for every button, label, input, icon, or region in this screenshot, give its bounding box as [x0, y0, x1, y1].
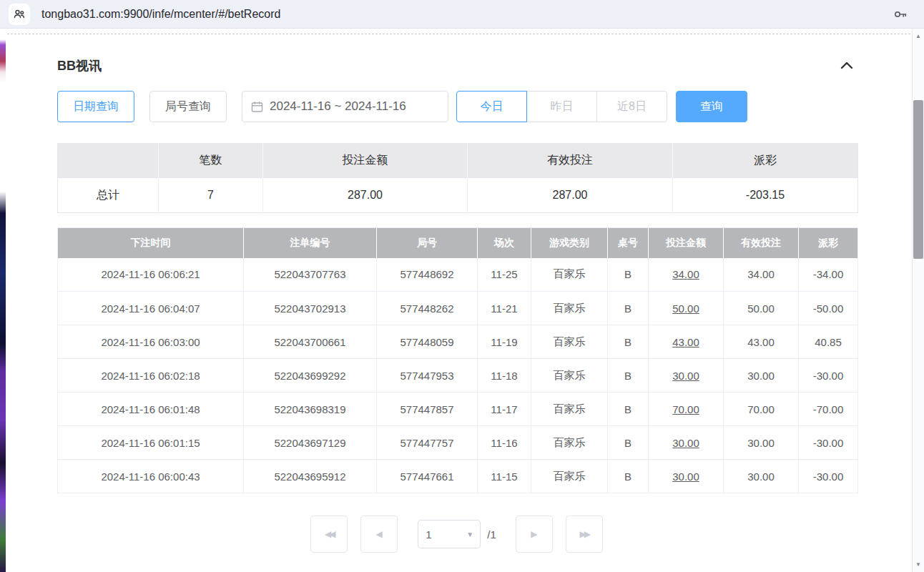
- page-body: BB视讯 日期查询 局号查询 2024-11-16 ~ 2: [0, 29, 924, 572]
- bet-record-table: 下注时间 注单编号 局号 场次 游戏类别 桌号 投注金额 有效投注 派彩 202…: [57, 227, 858, 493]
- cell-payout: -30.00: [799, 426, 858, 460]
- cell-order: 522043698319: [244, 393, 377, 426]
- profile-switch-button[interactable]: [9, 4, 30, 25]
- last-8-days-button[interactable]: 近8日: [596, 91, 667, 122]
- today-button[interactable]: 今日: [456, 91, 527, 122]
- col-header-session: 场次: [478, 228, 531, 258]
- table-row: 2024-11-16 06:01:15 522043697129 5774477…: [58, 426, 858, 460]
- bet-amount-link[interactable]: 34.00: [649, 258, 724, 292]
- cell-table: B: [608, 426, 649, 460]
- summary-header-row: 笔数 投注金额 有效投注 派彩: [58, 144, 858, 178]
- cell-time: 2024-11-16 06:02:18: [58, 359, 244, 393]
- bet-amount-link[interactable]: 43.00: [649, 325, 724, 359]
- cell-order: 522043697129: [244, 426, 377, 460]
- yesterday-button[interactable]: 昨日: [526, 91, 597, 122]
- page-select-wrapper: 1 ▼: [418, 520, 481, 548]
- cell-payout: -50.00: [799, 292, 858, 325]
- summary-total-row: 总计 7 287.00 287.00 -203.15: [58, 178, 858, 213]
- cell-game: 百家乐: [531, 258, 608, 292]
- summary-header-blank: [58, 144, 159, 178]
- cell-round: 577447757: [377, 426, 478, 460]
- password-key-button[interactable]: [893, 6, 908, 25]
- cell-table: B: [608, 325, 649, 359]
- quick-date-group: 今日 昨日 近8日: [456, 91, 667, 122]
- page-title: BB视讯: [57, 57, 102, 74]
- profile-switch-icon: [13, 8, 26, 21]
- cell-game: 百家乐: [531, 460, 608, 493]
- table-row: 2024-11-16 06:00:43 522043695912 5774476…: [58, 460, 858, 493]
- next-page-icon[interactable]: ▶: [516, 516, 553, 553]
- summary-table: 笔数 投注金额 有效投注 派彩 总计 7 287.00 287.00 -203.…: [57, 143, 858, 213]
- search-button[interactable]: 查询: [676, 91, 747, 122]
- url-text[interactable]: tongbao31.com:9900/infe/mcenter/#/betRec…: [41, 8, 280, 21]
- col-header-order: 注单编号: [244, 228, 377, 258]
- cell-table: B: [608, 393, 649, 426]
- col-header-bet: 投注金额: [649, 228, 724, 258]
- cell-valid: 43.00: [724, 325, 799, 359]
- bet-record-modal: BB视讯 日期查询 局号查询 2024-11-16 ~ 2: [6, 29, 912, 572]
- cell-valid: 50.00: [724, 292, 799, 325]
- cell-table: B: [608, 258, 649, 292]
- bet-amount-link[interactable]: 50.00: [649, 292, 724, 325]
- bet-amount-link[interactable]: 30.00: [649, 359, 724, 393]
- browser-address-bar: tongbao31.com:9900/infe/mcenter/#/betRec…: [0, 0, 924, 29]
- key-icon: [893, 6, 908, 22]
- collapse-button[interactable]: [837, 56, 856, 75]
- cell-valid: 34.00: [724, 258, 799, 292]
- summary-payout: -203.15: [673, 178, 858, 213]
- cell-session: 11-15: [478, 460, 531, 493]
- col-header-table: 桌号: [608, 228, 649, 258]
- table-row: 2024-11-16 06:02:18 522043699292 5774479…: [58, 359, 858, 393]
- last-page-icon[interactable]: ▶▶: [566, 516, 603, 553]
- panel-header: BB视讯: [57, 56, 856, 75]
- scrollbar[interactable]: ▲ ▼: [912, 29, 924, 572]
- col-header-payout: 派彩: [799, 228, 858, 258]
- chevron-up-icon: [840, 61, 853, 69]
- cell-round: 577448692: [377, 258, 478, 292]
- table-row: 2024-11-16 06:01:48 522043698319 5774478…: [58, 393, 858, 426]
- bet-amount-link[interactable]: 30.00: [649, 426, 724, 460]
- cell-valid: 30.00: [724, 359, 799, 393]
- date-query-button[interactable]: 日期查询: [57, 91, 134, 122]
- cell-round: 577448059: [377, 325, 478, 359]
- cell-time: 2024-11-16 06:00:43: [58, 460, 244, 493]
- cell-session: 11-16: [478, 426, 531, 460]
- cell-order: 522043699292: [244, 359, 377, 393]
- bet-amount-link[interactable]: 30.00: [649, 460, 724, 493]
- cell-time: 2024-11-16 06:03:00: [58, 325, 244, 359]
- cell-round: 577447661: [377, 460, 478, 493]
- cell-time: 2024-11-16 06:04:07: [58, 292, 244, 325]
- prev-page-icon[interactable]: ◀: [360, 516, 398, 553]
- table-row: 2024-11-16 06:06:21 522043707763 5774486…: [58, 258, 858, 292]
- pagination: ◀◀ ◀ 1 ▼ /1 ▶ ▶▶: [57, 516, 856, 553]
- table-row: 2024-11-16 06:03:00 522043700661 5774480…: [58, 325, 858, 359]
- scrollbar-thumb[interactable]: [913, 100, 923, 259]
- scroll-up-icon[interactable]: ▲: [913, 33, 924, 39]
- cell-payout: -70.00: [799, 393, 858, 426]
- cell-valid: 30.00: [724, 426, 799, 460]
- date-range-input[interactable]: 2024-11-16 ~ 2024-11-16: [242, 91, 448, 122]
- cell-table: B: [608, 292, 649, 325]
- cell-payout: 40.85: [799, 325, 858, 359]
- background-page-strip: [0, 29, 6, 572]
- cell-order: 522043695912: [244, 460, 377, 493]
- scroll-down-icon[interactable]: ▼: [913, 561, 924, 568]
- page-select[interactable]: 1: [426, 528, 473, 541]
- bet-amount-link[interactable]: 70.00: [649, 393, 724, 426]
- cell-game: 百家乐: [531, 292, 608, 325]
- cell-order: 522043707763: [244, 258, 377, 292]
- calendar-icon: [251, 101, 263, 113]
- summary-total-label: 总计: [58, 178, 159, 213]
- summary-count: 7: [159, 178, 263, 213]
- cell-game: 百家乐: [531, 426, 608, 460]
- col-header-round: 局号: [377, 228, 478, 258]
- col-header-time: 下注时间: [58, 228, 244, 258]
- cell-game: 百家乐: [531, 393, 608, 426]
- first-page-icon[interactable]: ◀◀: [310, 516, 348, 553]
- round-query-button[interactable]: 局号查询: [149, 91, 227, 122]
- cell-game: 百家乐: [531, 325, 608, 359]
- cell-session: 11-19: [478, 325, 531, 359]
- cell-game: 百家乐: [531, 359, 608, 393]
- cell-valid: 30.00: [724, 460, 799, 493]
- cell-round: 577447953: [377, 359, 478, 393]
